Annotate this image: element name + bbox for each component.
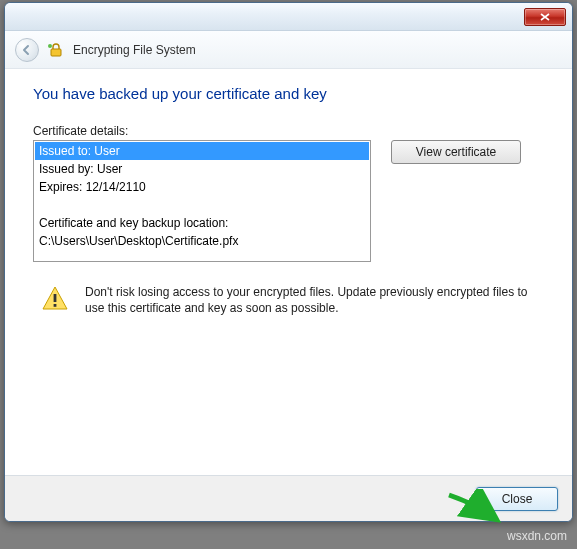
watermark: wsxdn.com: [507, 529, 567, 543]
page-heading: You have backed up your certificate and …: [33, 85, 544, 102]
expires-line: Expires: 12/14/2110: [35, 178, 369, 196]
header-title: Encrypting File System: [73, 43, 196, 57]
close-button[interactable]: Close: [476, 487, 558, 511]
dialog-footer: Close: [5, 475, 572, 521]
titlebar: [5, 3, 572, 31]
dialog-window: Encrypting File System You have backed u…: [4, 2, 573, 522]
warning-row: Don't risk losing access to your encrypt…: [33, 284, 544, 316]
back-button[interactable]: [15, 38, 39, 62]
efs-icon: [47, 41, 65, 59]
svg-rect-3: [54, 304, 57, 307]
backup-location-path: C:\Users\User\Desktop\Certificate.pfx: [35, 232, 369, 250]
certificate-details-box[interactable]: Issued to: User Issued by: User Expires:…: [33, 140, 371, 262]
svg-rect-2: [54, 294, 57, 302]
issued-to-line: Issued to: User: [35, 142, 369, 160]
warning-text: Don't risk losing access to your encrypt…: [85, 284, 544, 316]
details-label: Certificate details:: [33, 124, 544, 138]
view-certificate-button[interactable]: View certificate: [391, 140, 521, 164]
back-arrow-icon: [21, 44, 33, 56]
view-certificate-label: View certificate: [416, 145, 496, 159]
backup-location-label: Certificate and key backup location:: [35, 214, 369, 232]
content-area: You have backed up your certificate and …: [5, 69, 572, 475]
window-close-button[interactable]: [524, 8, 566, 26]
close-button-label: Close: [502, 492, 533, 506]
close-icon: [540, 13, 550, 21]
svg-point-1: [48, 44, 52, 48]
warning-icon: [41, 284, 69, 312]
issued-by-line: Issued by: User: [35, 160, 369, 178]
header-band: Encrypting File System: [5, 31, 572, 69]
svg-rect-0: [51, 49, 61, 56]
